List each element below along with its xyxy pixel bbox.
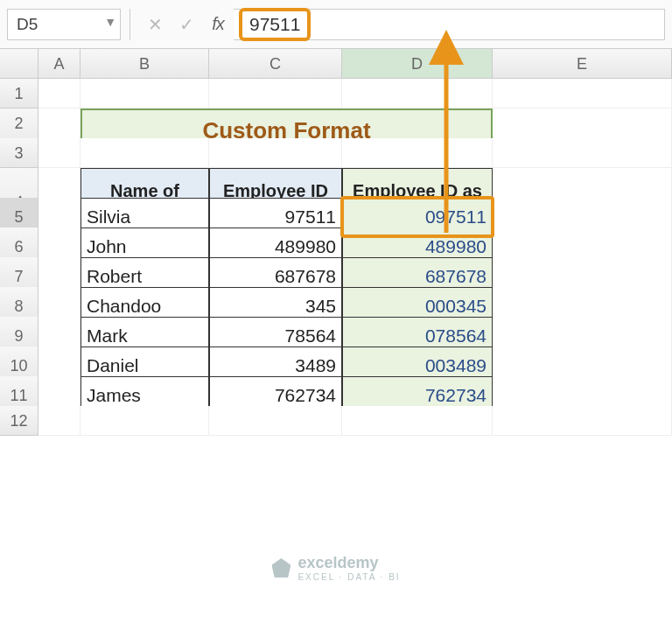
name-box-value: D5 (17, 15, 38, 34)
row-header-3[interactable]: 3 (0, 138, 38, 168)
col-header-E[interactable]: E (493, 49, 672, 79)
col-header-B[interactable]: B (80, 49, 209, 79)
formula-highlight: 97511 (239, 8, 311, 41)
row-header-1[interactable]: 1 (0, 79, 38, 108)
watermark: exceldemy EXCEL · DATA · BI (271, 554, 400, 582)
col-header-C[interactable]: C (209, 49, 342, 79)
enter-icon[interactable]: ✓ (171, 14, 202, 35)
cell-A1[interactable] (38, 79, 80, 108)
formula-bar: D5 ▼ ✕ ✓ fx 97511 (0, 0, 672, 49)
cell-A3[interactable] (38, 138, 80, 168)
cell-B1[interactable] (80, 79, 209, 108)
formula-value: 97511 (249, 14, 300, 35)
cell-E3[interactable] (493, 138, 672, 168)
cell-A12[interactable] (38, 406, 80, 436)
select-all-corner[interactable] (0, 49, 38, 79)
cell-C1[interactable] (209, 79, 342, 108)
cell-B5-text: Silvia (87, 206, 130, 228)
watermark-tag: EXCEL · DATA · BI (298, 572, 400, 582)
cell-D12[interactable] (342, 406, 493, 436)
watermark-logo-icon (271, 558, 290, 578)
cell-C12[interactable] (209, 406, 342, 436)
cancel-icon[interactable]: ✕ (139, 14, 171, 35)
cell-E1[interactable] (493, 79, 672, 108)
watermark-brand: exceldemy (298, 554, 400, 572)
cell-D1[interactable] (342, 79, 493, 108)
col-header-A[interactable]: A (38, 49, 80, 79)
dropdown-icon[interactable]: ▼ (104, 15, 116, 29)
cell-B3[interactable] (80, 138, 209, 168)
cell-D5-text: 097511 (425, 206, 486, 228)
cell-B12[interactable] (80, 406, 209, 436)
name-box[interactable]: D5 ▼ (7, 9, 121, 40)
cell-C3[interactable] (209, 138, 342, 168)
spreadsheet-grid[interactable]: A B C D E 1 2 Custom Format 3 4 Name of … (0, 49, 672, 436)
cell-E12[interactable] (493, 406, 672, 436)
fx-icon[interactable]: fx (202, 14, 234, 34)
cell-D3[interactable] (342, 138, 493, 168)
cell-D5-selected[interactable]: 097511 (342, 198, 493, 236)
row-header-12[interactable]: 12 (0, 406, 38, 436)
separator (130, 9, 130, 40)
formula-input[interactable]: 97511 (234, 9, 665, 40)
col-header-D[interactable]: D (342, 49, 493, 79)
cell-C5-text: 97511 (285, 206, 336, 228)
